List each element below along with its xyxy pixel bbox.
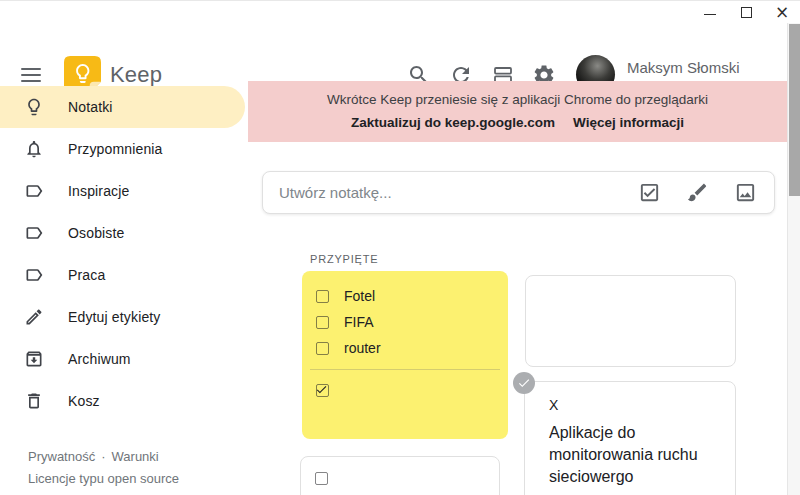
pinned-section-label: PRZYPIĘTE (310, 253, 378, 265)
sidebar-item-archive[interactable]: Archiwum (0, 338, 250, 380)
footer-separator: · (101, 449, 105, 464)
user-name: Maksym Słomski (627, 59, 740, 76)
hamburger-icon (21, 68, 41, 70)
new-image-icon (734, 181, 757, 204)
note-select-badge[interactable] (513, 372, 535, 394)
sidebar-item-label: Przypomnienia (68, 141, 163, 157)
open-source-licenses-link[interactable]: Licencje typu open source (28, 471, 248, 486)
scrollbar-thumb[interactable] (789, 24, 800, 196)
archive-icon (24, 349, 44, 369)
note-card-partial-checklist[interactable] (300, 456, 500, 495)
label-icon (24, 265, 44, 285)
sidebar-footer: Prywatność·Warunki Licencje typu open so… (28, 449, 248, 486)
checklist-item (301, 457, 499, 483)
privacy-link[interactable]: Prywatność (28, 449, 95, 464)
window-close-button[interactable]: × (764, 1, 800, 23)
close-icon: × (775, 4, 789, 21)
sidebar-item-inspiracje[interactable]: Inspiracje (0, 170, 250, 212)
sidebar-item-edit-labels[interactable]: Edytuj etykiety (0, 296, 250, 338)
sidebar-item-label: Archiwum (68, 351, 131, 367)
sidebar-nav: Notatki Przypomnienia Inspiracje Osobist… (0, 86, 250, 422)
keep-app-window: × Keep Maksym Słomsk (0, 0, 800, 495)
pencil-icon (24, 307, 44, 327)
window-minimize-button[interactable] (692, 1, 728, 23)
checkbox-checked[interactable] (316, 384, 329, 397)
checklist-item: Fotel (302, 283, 508, 309)
note-body: Aplikacje do monitorowania ruchu sieciow… (549, 422, 711, 488)
sidebar-item-reminders[interactable]: Przypomnienia (0, 128, 250, 170)
sidebar-item-osobiste[interactable]: Osobiste (0, 212, 250, 254)
label-icon (24, 223, 44, 243)
banner-update-link[interactable]: Zaktualizuj do keep.google.com (351, 115, 555, 130)
new-drawing-button[interactable] (686, 181, 709, 204)
migration-banner: Wkrótce Keep przeniesie się z aplikacji … (248, 81, 787, 142)
new-checklist-button[interactable] (638, 181, 661, 204)
window-titlebar: × (0, 1, 800, 23)
vertical-scrollbar (787, 23, 800, 495)
banner-message: Wkrótce Keep przeniesie się z aplikacji … (248, 92, 787, 107)
window-maximize-button[interactable] (728, 1, 764, 23)
checkmark-icon (517, 376, 531, 390)
checklist-divider (310, 369, 500, 370)
sidebar-item-label: Kosz (68, 393, 100, 409)
checkbox-unchecked[interactable] (316, 316, 329, 329)
maximize-icon (741, 7, 752, 18)
checkbox-unchecked[interactable] (315, 472, 328, 485)
sidebar-item-trash[interactable]: Kosz (0, 380, 250, 422)
minimize-icon (704, 14, 716, 15)
new-image-button[interactable] (734, 181, 757, 204)
checklist-item-label: Fotel (344, 288, 375, 304)
bell-icon (24, 139, 44, 159)
checkmark-icon (315, 383, 328, 396)
note-card-text[interactable]: X Aplikacje do monitorowania ruchu sieci… (524, 381, 736, 495)
sidebar-item-label: Notatki (68, 99, 113, 115)
checklist-item: FIFA (302, 309, 508, 335)
terms-link[interactable]: Warunki (112, 449, 159, 464)
lightbulb-icon (24, 97, 44, 117)
sidebar-item-label: Edytuj etykiety (68, 309, 161, 325)
create-note-bar (262, 171, 775, 214)
note-card-empty[interactable] (525, 275, 736, 367)
trash-icon (24, 391, 44, 411)
sidebar-item-praca[interactable]: Praca (0, 254, 250, 296)
label-icon (24, 181, 44, 201)
sidebar-item-label: Inspiracje (68, 183, 129, 199)
note-card-checklist[interactable]: Fotel FIFA router (302, 271, 508, 439)
sidebar-item-label: Osobiste (68, 225, 124, 241)
checklist-item-label: FIFA (344, 314, 374, 330)
sidebar-item-notes[interactable]: Notatki (0, 86, 245, 128)
new-drawing-brush-icon (686, 181, 709, 204)
note-title: X (549, 397, 735, 413)
checklist-item-label: router (344, 340, 381, 356)
app-header: Keep Maksym Słomski .com (0, 23, 800, 81)
create-note-input[interactable] (263, 184, 638, 201)
new-checklist-icon (638, 181, 661, 204)
checklist-item-checked (302, 377, 508, 403)
checkbox-unchecked[interactable] (316, 342, 329, 355)
checkbox-unchecked[interactable] (316, 290, 329, 303)
sidebar-item-label: Praca (68, 267, 105, 283)
banner-more-info-link[interactable]: Więcej informacji (573, 115, 684, 130)
checklist-item: router (302, 335, 508, 361)
